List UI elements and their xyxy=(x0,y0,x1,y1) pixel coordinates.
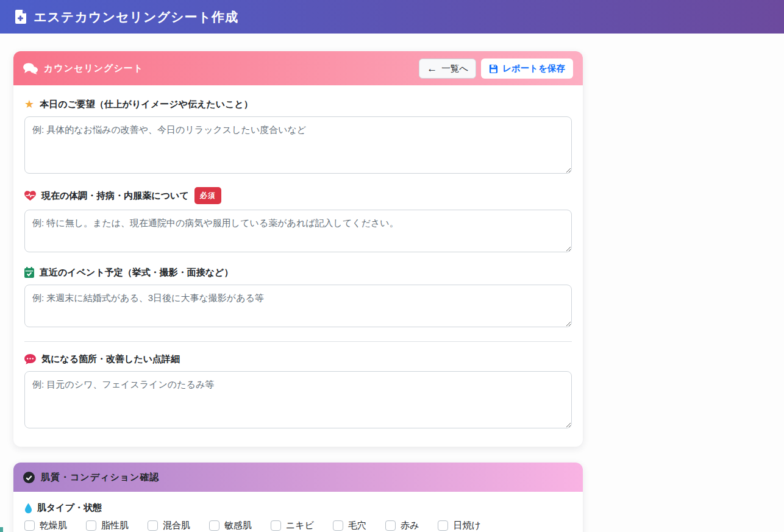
health-condition-textarea[interactable] xyxy=(24,210,572,252)
field-upcoming-events: 直近のイベント予定（挙式・撮影・面接など） xyxy=(24,266,572,330)
checkbox-sunburn[interactable]: 日焼け xyxy=(438,520,480,531)
today-request-textarea[interactable] xyxy=(24,116,572,174)
counseling-card-title: カウンセリングシート xyxy=(44,63,143,74)
floppy-disk-icon xyxy=(489,64,498,73)
redness-checkbox[interactable] xyxy=(385,520,396,531)
pores-checkbox[interactable] xyxy=(333,520,343,531)
field-label: ★ 本日のご要望（仕上がりイメージや伝えたいこと） xyxy=(24,98,572,111)
counseling-card: カウンセリングシート ← 一覧へ レポート xyxy=(13,51,583,447)
field-concern-details: 気になる箇所・改善したい点詳細 xyxy=(24,352,572,431)
field-label: 直近のイベント予定（挙式・撮影・面接など） xyxy=(24,266,572,279)
droplet-icon xyxy=(24,503,32,514)
checkbox-redness[interactable]: 赤み xyxy=(385,520,419,531)
checkbox-pores[interactable]: 毛穴 xyxy=(333,520,366,531)
comments-icon xyxy=(23,63,38,74)
calendar-check-icon xyxy=(24,267,34,278)
heart-pulse-icon xyxy=(24,191,36,201)
star-icon: ★ xyxy=(24,99,34,110)
skin-card-body: 肌タイプ・状態 乾燥肌 脂性肌 混合肌 敏感肌 xyxy=(13,492,583,532)
arrow-left-icon: ← xyxy=(427,63,437,74)
save-report-button[interactable]: レポートを保存 xyxy=(481,59,573,79)
skin-card-header: 肌質・コンディション確認 xyxy=(13,463,583,492)
comment-dots-icon xyxy=(24,354,36,364)
concern-details-textarea[interactable] xyxy=(24,371,572,428)
checkbox-oily-skin[interactable]: 脂性肌 xyxy=(86,520,129,531)
field-health-condition: 現在の体調・持病・内服薬について 必須 xyxy=(24,187,572,255)
counseling-card-header: カウンセリングシート ← 一覧へ レポート xyxy=(13,51,583,85)
sunburn-checkbox[interactable] xyxy=(438,520,448,531)
checkbox-sensitive-skin[interactable]: 敏感肌 xyxy=(209,520,252,531)
section-divider xyxy=(24,341,572,342)
skin-card-title: 肌質・コンディション確認 xyxy=(41,472,159,483)
dry-skin-checkbox[interactable] xyxy=(24,520,35,531)
skin-type-label: 肌タイプ・状態 xyxy=(24,502,572,514)
checkbox-acne[interactable]: ニキビ xyxy=(271,520,314,531)
field-today-request: ★ 本日のご要望（仕上がりイメージや伝えたいこと） xyxy=(24,98,572,176)
sensitive-skin-checkbox[interactable] xyxy=(209,520,219,531)
skin-type-options: 乾燥肌 脂性肌 混合肌 敏感肌 ニキビ xyxy=(24,520,572,531)
app-header: エステカウンセリングシート作成 xyxy=(0,0,784,34)
counseling-card-body: ★ 本日のご要望（仕上がりイメージや伝えたいこと） 現在の体調・持病・内服薬につ… xyxy=(13,85,583,447)
file-medical-icon xyxy=(15,10,26,24)
field-label: 気になる箇所・改善したい点詳細 xyxy=(24,352,572,366)
back-to-list-button[interactable]: ← 一覧へ xyxy=(419,59,476,79)
required-badge: 必須 xyxy=(194,187,221,204)
page-title: エステカウンセリングシート作成 xyxy=(34,9,238,26)
acne-checkbox[interactable] xyxy=(271,520,281,531)
checkbox-dry-skin[interactable]: 乾燥肌 xyxy=(24,520,67,531)
oily-skin-checkbox[interactable] xyxy=(86,520,96,531)
circle-check-icon xyxy=(23,472,35,483)
next-section-peek xyxy=(0,527,3,532)
upcoming-events-textarea[interactable] xyxy=(24,285,572,327)
skin-condition-card: 肌質・コンディション確認 肌タイプ・状態 乾燥肌 脂性肌 xyxy=(13,463,583,532)
field-label: 現在の体調・持病・内服薬について 必須 xyxy=(24,187,572,204)
main-content: カウンセリングシート ← 一覧へ レポート xyxy=(0,34,583,532)
checkbox-combination-skin[interactable]: 混合肌 xyxy=(148,520,190,531)
combination-skin-checkbox[interactable] xyxy=(148,520,158,531)
